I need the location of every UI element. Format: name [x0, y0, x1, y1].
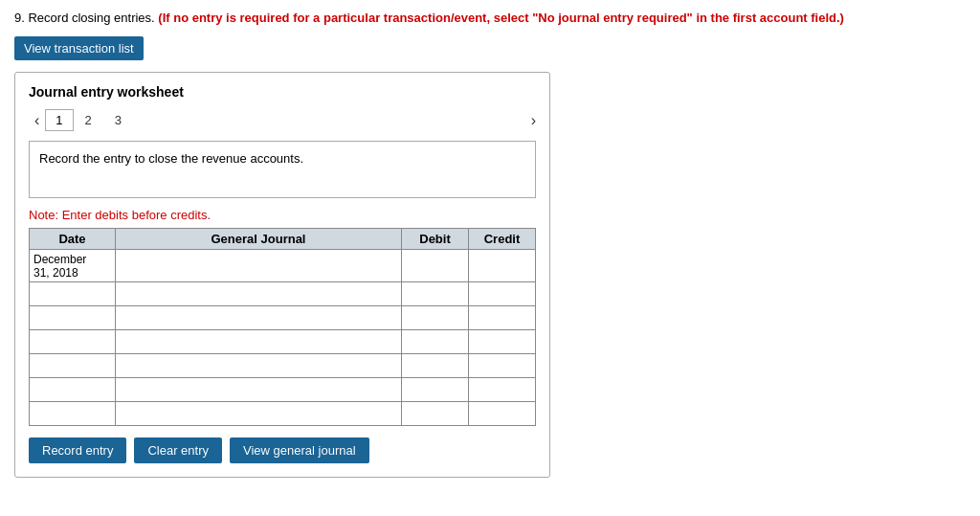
record-entry-button[interactable]: Record entry [29, 437, 126, 463]
journal-input-6[interactable] [120, 380, 397, 399]
journal-cell-7[interactable] [116, 402, 402, 426]
journal-cell-6[interactable] [116, 378, 402, 402]
journal-cell-3[interactable] [116, 306, 402, 330]
credit-cell-7[interactable] [469, 402, 536, 426]
button-row: Record entry Clear entry View general jo… [29, 437, 536, 463]
view-general-journal-button[interactable]: View general journal [230, 437, 369, 463]
date-cell-7 [30, 402, 116, 426]
journal-input-7[interactable] [120, 404, 397, 423]
debit-cell-5[interactable] [402, 354, 469, 378]
credit-cell-6[interactable] [469, 378, 536, 402]
debit-cell-1[interactable] [402, 250, 469, 282]
credit-input-4[interactable] [473, 332, 531, 351]
journal-cell-1[interactable] [116, 250, 402, 282]
worksheet-title: Journal entry worksheet [29, 84, 536, 100]
credit-cell-5[interactable] [469, 354, 536, 378]
header-debit: Debit [402, 229, 469, 250]
tab-navigation: ‹ 1 2 3 › [29, 109, 536, 131]
table-row [30, 282, 536, 306]
credit-cell-2[interactable] [469, 282, 536, 306]
journal-cell-5[interactable] [116, 354, 402, 378]
journal-input-3[interactable] [120, 308, 397, 327]
prev-tab-arrow[interactable]: ‹ [29, 112, 45, 129]
journal-table: Date General Journal Debit Credit Decemb… [29, 228, 536, 426]
journal-input-1[interactable] [120, 257, 397, 276]
debit-cell-4[interactable] [402, 330, 469, 354]
date-cell-3 [30, 306, 116, 330]
journal-input-5[interactable] [120, 356, 397, 375]
next-tab-arrow[interactable]: › [531, 112, 536, 129]
question-prefix: . Record closing entries. [21, 11, 158, 25]
date-cell-1: December31, 2018 [30, 250, 116, 282]
journal-input-2[interactable] [120, 284, 397, 303]
date-cell-2 [30, 282, 116, 306]
worksheet-container: Journal entry worksheet ‹ 1 2 3 › Record… [14, 72, 550, 478]
debit-cell-7[interactable] [402, 402, 469, 426]
clear-entry-button[interactable]: Clear entry [134, 437, 222, 463]
debit-cell-3[interactable] [402, 306, 469, 330]
credit-input-5[interactable] [473, 356, 531, 375]
credit-input-6[interactable] [473, 380, 531, 399]
debit-input-5[interactable] [406, 356, 464, 375]
debit-input-7[interactable] [406, 404, 464, 423]
debit-input-2[interactable] [406, 284, 464, 303]
instruction-box: Record the entry to close the revenue ac… [29, 141, 536, 198]
table-row [30, 354, 536, 378]
credit-input-7[interactable] [473, 404, 531, 423]
view-transaction-button[interactable]: View transaction list [14, 36, 144, 60]
table-row [30, 402, 536, 426]
debit-input-6[interactable] [406, 380, 464, 399]
debit-input-4[interactable] [406, 332, 464, 351]
credit-input-2[interactable] [473, 284, 531, 303]
header-date: Date [30, 229, 116, 250]
note-text: Note: Enter debits before credits. [29, 208, 536, 222]
header-general-journal: General Journal [116, 229, 402, 250]
header-credit: Credit [469, 229, 536, 250]
tab-3[interactable]: 3 [105, 110, 131, 130]
date-cell-4 [30, 330, 116, 354]
question-text: 9. Record closing entries. (If no entry … [14, 10, 966, 27]
date-cell-5 [30, 354, 116, 378]
credit-cell-4[interactable] [469, 330, 536, 354]
table-row [30, 378, 536, 402]
tab-1[interactable]: 1 [45, 109, 73, 131]
journal-input-4[interactable] [120, 332, 397, 351]
credit-cell-3[interactable] [469, 306, 536, 330]
table-row [30, 306, 536, 330]
credit-cell-1[interactable] [469, 250, 536, 282]
journal-cell-2[interactable] [116, 282, 402, 306]
debit-input-3[interactable] [406, 308, 464, 327]
table-row: December31, 2018 [30, 250, 536, 282]
date-cell-6 [30, 378, 116, 402]
instruction-text: Record the entry to close the revenue ac… [39, 151, 303, 166]
debit-input-1[interactable] [406, 257, 464, 276]
credit-input-1[interactable] [473, 257, 531, 276]
journal-cell-4[interactable] [116, 330, 402, 354]
debit-cell-2[interactable] [402, 282, 469, 306]
debit-cell-6[interactable] [402, 378, 469, 402]
credit-input-3[interactable] [473, 308, 531, 327]
tab-2[interactable]: 2 [76, 110, 101, 130]
table-row [30, 330, 536, 354]
question-bold-red: (If no entry is required for a particula… [158, 11, 844, 25]
